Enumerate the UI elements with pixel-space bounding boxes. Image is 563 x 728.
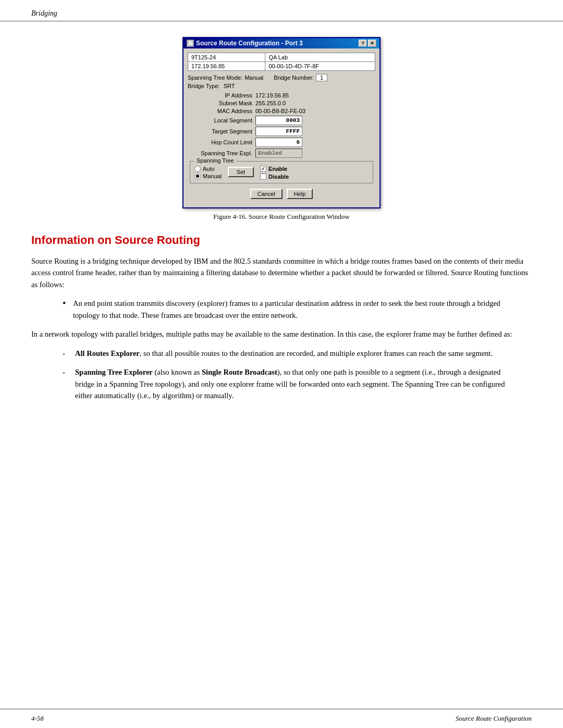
spanning-tree-groupbox: Spanning Tree Auto — [190, 161, 373, 183]
spanning-tree-mode-value: Manual — [244, 75, 263, 81]
subnet-mask-label: Subnet Mask — [188, 100, 255, 106]
dash-list: - All Routes Explorer, so that all possi… — [63, 348, 521, 402]
bridge-number-value: 1 — [316, 74, 327, 81]
figure-caption: Figure 4-16. Source Route Configuration … — [213, 213, 349, 221]
spanning-tree-expl-row: Spanning Tree Expl. — [188, 149, 375, 158]
spanning-tree-mode-row: Spanning Tree Mode: Manual Bridge Number… — [188, 74, 375, 81]
radio-manual-label: Manual — [203, 173, 222, 179]
radio-auto-circle[interactable] — [194, 166, 201, 172]
checkbox-group: ✓ Enable Disable — [260, 166, 289, 180]
hop-count-input[interactable] — [255, 138, 302, 147]
page-header: Bridging — [0, 0, 563, 21]
dash-item-1: - All Routes Explorer, so that all possi… — [63, 348, 521, 359]
dialog-window: 🖧 Source Route Configuration - Port 3 ? … — [182, 37, 381, 208]
groupbox-content: Auto Manual Set — [194, 166, 369, 180]
info-table: 9T125-24 QA Lab 172.19.56.85 00-00-1D-4D… — [188, 53, 375, 71]
dash1-rest: , so that all possible routes to the des… — [140, 349, 493, 357]
dash2-bold2: Single Route Broadcast — [202, 368, 277, 376]
disable-checkbox[interactable] — [260, 174, 266, 180]
info-row-1: 9T125-24 QA Lab — [188, 53, 375, 62]
radio-auto-label: Auto — [203, 166, 215, 172]
main-content: 🖧 Source Route Configuration - Port 3 ? … — [0, 21, 563, 430]
bridge-type-row: Bridge Type: SRT — [188, 83, 375, 89]
dash2-mid: (also known as — [153, 368, 202, 376]
footer-left: 4-58 — [31, 714, 44, 723]
spanning-tree-mode-label: Spanning Tree Mode: — [188, 75, 242, 81]
info-cell-device: 9T125-24 — [188, 53, 265, 62]
subnet-mask-value: 255.255.0.0 — [255, 100, 286, 106]
ip-address-value: 172.19.56.85 — [255, 92, 289, 98]
dialog-buttons: Cancel Help — [188, 187, 375, 203]
target-segment-label: Target Segment — [188, 128, 255, 134]
page-footer: 4-58 Source Route Configuration — [0, 709, 563, 728]
header-title: Bridging — [31, 9, 57, 18]
dash-item-2: - Spanning Tree Explorer (also known as … — [63, 366, 521, 401]
dash-char-1: - — [63, 348, 75, 359]
target-segment-input[interactable] — [255, 127, 302, 136]
groupbox-legend: Spanning Tree — [194, 157, 236, 164]
enable-checkbox-item[interactable]: ✓ Enable — [260, 166, 289, 172]
radio-manual-filled — [196, 175, 199, 178]
mac-address-value: 00-00-B8-B2-FE-03 — [255, 108, 305, 114]
local-segment-input[interactable] — [255, 116, 302, 125]
disable-label: Disable — [268, 174, 289, 180]
spanning-tree-expl-input — [255, 149, 302, 158]
info-cell-mac: 00-00-1D-4D-7F-8F — [265, 62, 375, 71]
enable-checkbox[interactable]: ✓ — [260, 166, 266, 172]
bridge-number-label: Bridge Number: — [274, 75, 314, 81]
bullet-item-1: • An end point station transmits discove… — [63, 298, 521, 321]
set-button[interactable]: Set — [228, 167, 254, 177]
radio-manual-circle[interactable] — [194, 173, 201, 179]
target-segment-row: Target Segment — [188, 127, 375, 136]
titlebar-left: 🖧 Source Route Configuration - Port 3 — [187, 40, 303, 47]
radio-manual-item[interactable]: Manual — [194, 173, 222, 179]
dialog-container: 🖧 Source Route Configuration - Port 3 ? … — [31, 37, 532, 221]
dash-text-2: Spanning Tree Explorer (also known as Si… — [75, 366, 521, 401]
ip-address-row: IP Address 172.19.56.85 — [188, 92, 375, 98]
info-row-2: 172.19.56.85 00-00-1D-4D-7F-8F — [188, 62, 375, 71]
bridge-type-value: SRT — [224, 83, 235, 89]
dialog-title: Source Route Configuration - Port 3 — [196, 40, 303, 47]
dash1-bold: All Routes Explorer — [75, 349, 140, 357]
cancel-button[interactable]: Cancel — [250, 189, 283, 199]
enable-label: Enable — [268, 166, 287, 172]
interlude-paragraph: In a network topology with parallel brid… — [31, 328, 532, 340]
subnet-mask-row: Subnet Mask 255.255.0.0 — [188, 100, 375, 106]
radio-auto-item[interactable]: Auto — [194, 166, 222, 172]
local-segment-row: Local Segment — [188, 116, 375, 125]
set-button-col: Set — [228, 166, 254, 177]
local-segment-label: Local Segment — [188, 117, 255, 124]
dash2-bold: Spanning Tree Explorer — [75, 368, 153, 376]
hop-count-label: Hop Count Limit — [188, 139, 255, 145]
dialog-body: 9T125-24 QA Lab 172.19.56.85 00-00-1D-4D… — [183, 48, 380, 207]
close-titlebar-button[interactable]: ✕ — [368, 40, 376, 47]
titlebar-buttons: ? ✕ — [359, 40, 376, 47]
bullet-dot-1: • — [63, 298, 73, 310]
dialog-icon: 🖧 — [187, 40, 194, 47]
body-paragraph-1: Source Routing is a bridging technique d… — [31, 255, 532, 290]
dash-text-1: All Routes Explorer, so that all possibl… — [75, 348, 521, 359]
disable-checkbox-item[interactable]: Disable — [260, 174, 289, 180]
spanning-tree-expl-label: Spanning Tree Expl. — [188, 150, 255, 156]
footer-right: Source Route Configuration — [456, 714, 532, 723]
ip-address-label: IP Address — [188, 92, 255, 98]
bridge-type-label: Bridge Type: — [188, 83, 220, 89]
mac-address-label: MAC Address — [188, 108, 255, 114]
bullet-list: • An end point station transmits discove… — [63, 298, 521, 321]
hop-count-row: Hop Count Limit — [188, 138, 375, 147]
dash-char-2: - — [63, 366, 75, 378]
info-cell-lab: QA Lab — [265, 53, 375, 62]
help-button[interactable]: Help — [287, 189, 313, 199]
info-cell-ip: 172.19.56.85 — [188, 62, 265, 71]
dialog-titlebar: 🖧 Source Route Configuration - Port 3 ? … — [183, 38, 380, 48]
section-heading: Information on Source Routing — [31, 233, 532, 247]
help-titlebar-button[interactable]: ? — [359, 40, 367, 47]
bullet-text-1: An end point station transmits discovery… — [73, 298, 521, 321]
radio-group: Auto Manual — [194, 166, 222, 179]
mac-address-row: MAC Address 00-00-B8-B2-FE-03 — [188, 108, 375, 114]
